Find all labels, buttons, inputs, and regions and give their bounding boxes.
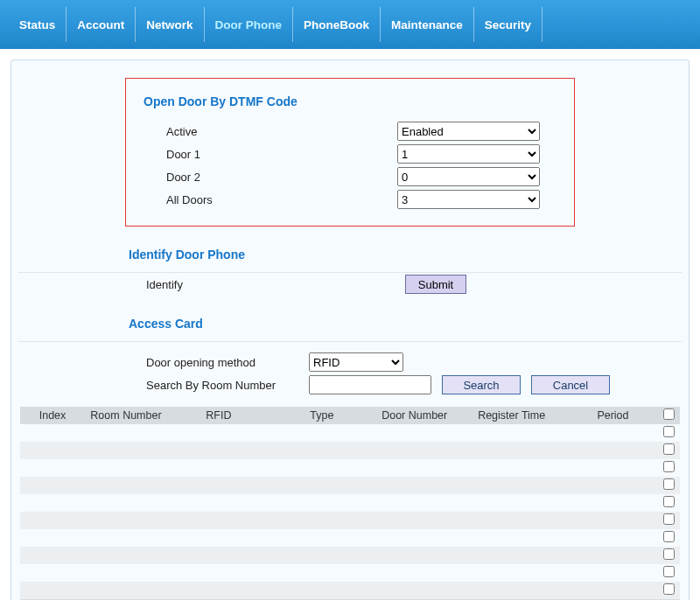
row-checkbox[interactable] bbox=[663, 548, 675, 560]
select-all-checkbox[interactable] bbox=[663, 408, 675, 420]
row-checkbox[interactable] bbox=[663, 461, 675, 472]
door2-label: Door 2 bbox=[144, 171, 397, 184]
access-card-table: Index Room Number RFID Type Door Number … bbox=[20, 407, 680, 599]
cancel-button[interactable]: Cancel bbox=[531, 375, 610, 394]
door-opening-method-select[interactable]: RFID bbox=[309, 352, 403, 372]
door1-select[interactable]: 1 bbox=[397, 144, 540, 164]
active-label: Active bbox=[144, 125, 397, 138]
door2-select[interactable]: 0 bbox=[397, 167, 540, 186]
row-checkbox[interactable] bbox=[663, 426, 675, 437]
identify-submit-button[interactable]: Submit bbox=[405, 275, 466, 294]
row-checkbox[interactable] bbox=[663, 478, 675, 490]
table-row bbox=[20, 494, 680, 512]
row-checkbox[interactable] bbox=[663, 566, 675, 577]
nav-network[interactable]: Network bbox=[136, 0, 203, 49]
row-checkbox[interactable] bbox=[663, 443, 675, 455]
table-row bbox=[20, 512, 680, 529]
row-checkbox[interactable] bbox=[663, 496, 675, 507]
dtmf-highlight-box: Open Door By DTMF Code Active Enabled Do… bbox=[125, 78, 575, 227]
alldoors-label: All Doors bbox=[144, 193, 397, 206]
nav-maintenance[interactable]: Maintenance bbox=[381, 0, 473, 49]
table-row bbox=[20, 529, 680, 547]
nav-door-phone[interactable]: Door Phone bbox=[205, 0, 293, 49]
table-row bbox=[20, 459, 680, 477]
col-rfid: RFID bbox=[167, 407, 270, 424]
door-opening-method-label: Door opening method bbox=[11, 356, 309, 369]
col-index: Index bbox=[20, 407, 85, 424]
active-select[interactable]: Enabled bbox=[397, 122, 540, 141]
nav-account[interactable]: Account bbox=[66, 0, 135, 49]
content-panel: Open Door By DTMF Code Active Enabled Do… bbox=[10, 59, 690, 600]
nav-phonebook[interactable]: PhoneBook bbox=[293, 0, 380, 49]
col-select-all bbox=[658, 407, 680, 424]
table-row bbox=[20, 582, 680, 599]
col-room: Room Number bbox=[85, 407, 167, 424]
col-door: Door Number bbox=[374, 407, 456, 424]
search-room-label: Search By Room Number bbox=[11, 379, 309, 392]
table-row bbox=[20, 424, 680, 442]
table-row bbox=[20, 564, 680, 582]
dtmf-section-title: Open Door By DTMF Code bbox=[144, 89, 556, 119]
top-nav: Status Account Network Door Phone PhoneB… bbox=[0, 0, 700, 49]
col-type: Type bbox=[270, 407, 374, 424]
table-row bbox=[20, 442, 680, 459]
search-room-input[interactable] bbox=[309, 375, 431, 394]
row-checkbox[interactable] bbox=[663, 531, 675, 542]
row-checkbox[interactable] bbox=[663, 583, 675, 595]
nav-security[interactable]: Security bbox=[474, 0, 542, 49]
col-register: Register Time bbox=[456, 407, 568, 424]
identify-section-title: Identify Door Phone bbox=[11, 235, 689, 269]
alldoors-select[interactable]: 3 bbox=[397, 190, 540, 209]
table-row bbox=[20, 547, 680, 564]
row-checkbox[interactable] bbox=[663, 513, 675, 525]
nav-status[interactable]: Status bbox=[9, 0, 66, 49]
col-period: Period bbox=[568, 407, 658, 424]
search-button[interactable]: Search bbox=[442, 375, 521, 394]
door1-label: Door 1 bbox=[144, 148, 397, 161]
identify-label: Identify bbox=[11, 278, 309, 291]
access-card-section-title: Access Card bbox=[11, 304, 689, 338]
table-row bbox=[20, 477, 680, 494]
